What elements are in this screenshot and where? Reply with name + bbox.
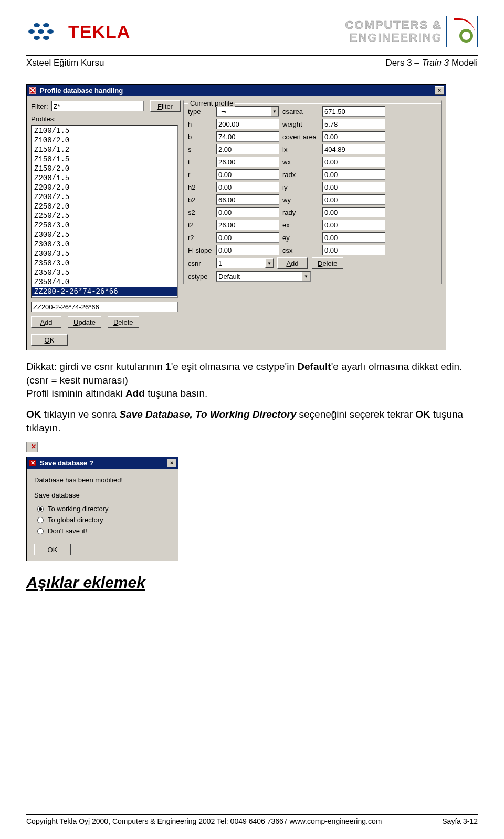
list-item[interactable]: Z350/4.0 bbox=[32, 277, 177, 287]
csnr-select[interactable]: 1 bbox=[216, 258, 274, 268]
list-item[interactable]: Z100/1.5 bbox=[32, 126, 177, 136]
profiles-listbox[interactable]: Z100/1.5Z100/2.0Z150/1.2Z150/1.5Z150/2.0… bbox=[31, 125, 178, 298]
update-button[interactable]: Update bbox=[68, 316, 101, 328]
field-label: type bbox=[188, 108, 213, 116]
field-label: h2 bbox=[188, 183, 213, 191]
list-item[interactable]: Z150/2.0 bbox=[32, 164, 177, 173]
radio-global-dir[interactable]: To global directory bbox=[34, 514, 171, 525]
field-input[interactable] bbox=[322, 245, 385, 255]
save-ok-button[interactable]: OK bbox=[34, 544, 71, 555]
field-input[interactable] bbox=[322, 194, 385, 205]
list-item[interactable]: Z250/3.0 bbox=[32, 221, 177, 230]
field-input[interactable] bbox=[216, 245, 279, 255]
field-input[interactable] bbox=[322, 119, 385, 129]
chevron-down-icon[interactable] bbox=[302, 272, 310, 281]
save-dialog-title: Save database ? bbox=[39, 459, 167, 467]
svg-text:✕: ✕ bbox=[30, 460, 35, 466]
dialog-icon: ✕ bbox=[28, 459, 37, 467]
field-input[interactable] bbox=[322, 232, 385, 243]
field-label: b bbox=[188, 133, 213, 141]
profiles-label: Profiles: bbox=[31, 115, 178, 123]
list-item[interactable]: Z300/3.5 bbox=[32, 249, 177, 258]
chevron-down-icon[interactable] bbox=[270, 107, 279, 116]
field-input[interactable] bbox=[216, 182, 279, 192]
field-label: ex bbox=[282, 221, 319, 229]
list-item[interactable]: Z150/1.5 bbox=[32, 154, 177, 164]
list-item[interactable]: ZZ200-2-26*74-26*66 bbox=[32, 287, 177, 296]
field-input[interactable] bbox=[322, 106, 385, 117]
field-label: ix bbox=[282, 146, 319, 153]
list-item[interactable]: Z250/2.5 bbox=[32, 211, 177, 221]
list-item[interactable]: Z350/3.0 bbox=[32, 258, 177, 268]
ce-icon bbox=[446, 16, 478, 47]
list-item[interactable]: Z350/3.5 bbox=[32, 268, 177, 277]
field-input[interactable] bbox=[216, 194, 279, 205]
field-input[interactable] bbox=[322, 157, 385, 167]
field-input[interactable] bbox=[216, 169, 279, 180]
field-input[interactable] bbox=[216, 157, 279, 167]
page-footer: Copyright Tekla Oyj 2000, Computers & En… bbox=[26, 814, 478, 825]
field-label: ey bbox=[282, 234, 319, 242]
type-select[interactable]: ⌐ bbox=[216, 106, 279, 117]
field-input[interactable] bbox=[216, 131, 279, 142]
chevron-down-icon[interactable] bbox=[265, 258, 274, 268]
doc-header: TEKLA COMPUTERS & ENGINEERING bbox=[26, 16, 478, 53]
svg-point-4 bbox=[47, 29, 54, 34]
field-label: b2 bbox=[188, 196, 213, 204]
para-2: OK tıklayın ve sonra Save Database, To W… bbox=[26, 408, 478, 434]
field-label: csarea bbox=[282, 108, 319, 116]
delete-button[interactable]: Delete bbox=[108, 316, 139, 328]
radio-dot-icon bbox=[37, 528, 44, 534]
save-close-button[interactable]: × bbox=[167, 459, 176, 467]
field-label: iy bbox=[282, 183, 319, 191]
csnr-label: csnr bbox=[188, 260, 213, 267]
radio-working-dir[interactable]: To working directory bbox=[34, 503, 171, 514]
field-input[interactable] bbox=[216, 207, 279, 217]
list-item[interactable]: Z300/3.0 bbox=[32, 240, 177, 249]
field-label: s2 bbox=[188, 209, 213, 216]
list-item[interactable]: Z250/2.0 bbox=[32, 202, 177, 211]
cstype-select[interactable]: Default bbox=[216, 271, 311, 282]
field-input[interactable] bbox=[216, 232, 279, 243]
list-item[interactable]: Z200/1.5 bbox=[32, 173, 177, 183]
field-input[interactable] bbox=[216, 144, 279, 154]
list-item[interactable]: Z150/1.2 bbox=[32, 145, 177, 154]
field-input[interactable] bbox=[322, 169, 385, 180]
field-label: wy bbox=[282, 196, 319, 204]
ok-button[interactable]: OK bbox=[31, 334, 68, 346]
ce-line1: COMPUTERS & bbox=[345, 19, 442, 32]
list-item[interactable]: Z200/2.0 bbox=[32, 183, 177, 192]
field-label: csx bbox=[282, 246, 319, 254]
dialog-icon bbox=[28, 86, 37, 95]
field-input[interactable] bbox=[216, 220, 279, 230]
filter-button[interactable]: Filter bbox=[150, 100, 181, 112]
list-item[interactable]: Z100/2.0 bbox=[32, 136, 177, 145]
csnr-add-button[interactable]: Add bbox=[277, 257, 308, 269]
field-input[interactable] bbox=[216, 119, 279, 129]
titlebar[interactable]: Profile database handling × bbox=[27, 85, 446, 96]
footer-right: Sayfa 3-12 bbox=[442, 817, 478, 825]
field-label: t bbox=[188, 158, 213, 166]
save-titlebar[interactable]: ✕ Save database ? × bbox=[27, 457, 178, 469]
svg-point-5 bbox=[34, 36, 40, 40]
list-item[interactable]: Z200/2.5 bbox=[32, 192, 177, 202]
field-label: radx bbox=[282, 171, 319, 179]
save-msg2: Save database bbox=[34, 491, 171, 499]
svg-point-3 bbox=[38, 29, 44, 34]
profile-name-input[interactable] bbox=[31, 302, 178, 312]
close-button[interactable]: × bbox=[435, 86, 444, 95]
radio-dont-save[interactable]: Don't save it! bbox=[34, 525, 171, 536]
field-input[interactable] bbox=[322, 207, 385, 217]
course-right: Ders 3 – Train 3 Modeli bbox=[386, 58, 478, 68]
field-input[interactable] bbox=[322, 131, 385, 142]
footer-left: Copyright Tekla Oyj 2000, Computers & En… bbox=[26, 817, 382, 825]
list-item[interactable]: Z300/2.5 bbox=[32, 230, 177, 240]
field-label: r2 bbox=[188, 234, 213, 242]
field-input[interactable] bbox=[322, 144, 385, 154]
field-input[interactable] bbox=[322, 220, 385, 230]
filter-input[interactable] bbox=[51, 101, 144, 111]
csnr-delete-button[interactable]: Delete bbox=[312, 257, 343, 269]
header-rule bbox=[26, 55, 478, 56]
field-input[interactable] bbox=[322, 182, 385, 192]
add-button[interactable]: Add bbox=[31, 316, 61, 328]
